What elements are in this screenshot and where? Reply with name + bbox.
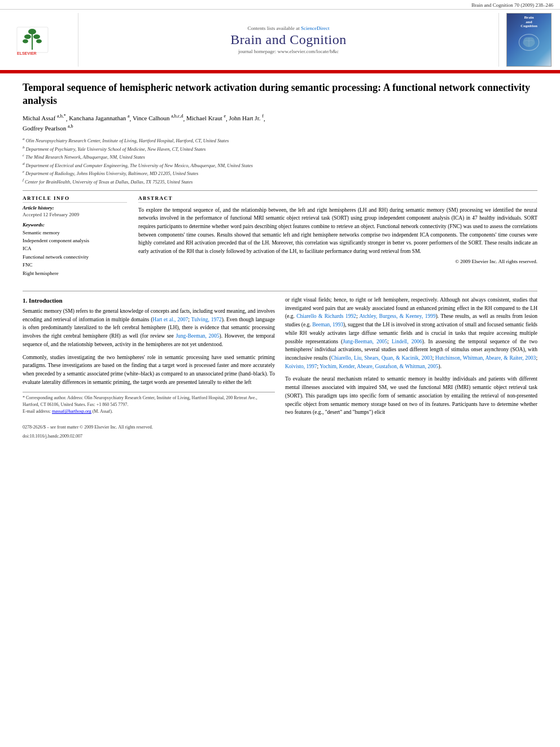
keyword-4: Functional network connectivity xyxy=(23,253,127,261)
authors: Michal Assaf a,b,*, Kanchana Jagannathan… xyxy=(23,113,537,133)
journal-cover-image: BrainandCognition xyxy=(506,13,552,67)
sciencedirect-link[interactable]: ScienceDirect xyxy=(301,25,329,31)
abstract-body: To explore the temporal sequence of, and… xyxy=(138,207,537,255)
ref-chiarello2003[interactable]: Chiarello, Liu, Shears, Quan, & Kacinik,… xyxy=(331,355,432,361)
keyword-3: ICA xyxy=(23,244,127,252)
keyword-6: Right hemisphere xyxy=(23,269,127,277)
right-col-para-1: or right visual fields; hence, to right … xyxy=(285,296,537,370)
journal-header-center: Contents lists available at ScienceDirec… xyxy=(78,13,499,67)
article-title: Temporal sequence of hemispheric network… xyxy=(23,81,537,108)
journal-cover-area: BrainandCognition xyxy=(504,13,554,67)
ref-chiarello1992[interactable]: Chiarello & Richards 1992 xyxy=(296,313,356,319)
affiliations: a Olin Neuropsychiatry Research Center, … xyxy=(23,136,537,185)
affiliation-c: c The Mind Research Network, Albuquerque… xyxy=(23,152,537,161)
article-history-section: Article history: Accepted 12 February 20… xyxy=(23,205,127,217)
sciencedirect-line: Contents lists available at ScienceDirec… xyxy=(248,25,330,31)
article-info-header: ARTICLE INFO xyxy=(23,195,127,203)
svg-point-5 xyxy=(23,40,28,43)
separator-2 xyxy=(23,291,537,291)
introduction-heading: 1. Introduction xyxy=(23,297,275,304)
main-left-column: 1. Introduction Semantic memory (SM) ref… xyxy=(23,296,275,440)
corresponding-author-note: * Corresponding author. Address: Olin Ne… xyxy=(23,395,275,408)
doi-line-1: 0278-2626/$ – see front matter © 2009 El… xyxy=(23,424,275,431)
article-body: Temporal sequence of hemispheric network… xyxy=(0,73,560,451)
elsevier-logo-icon: ELSEVIER xyxy=(14,24,65,55)
keywords-section: Keywords: Semantic memory Independent co… xyxy=(23,222,127,277)
author-john: John Hart Jr. f xyxy=(229,115,264,121)
ref-tulving1972[interactable]: Tulving, 1972 xyxy=(191,317,222,322)
affiliation-a: a Olin Neuropsychiatry Research Center, … xyxy=(23,136,537,145)
intro-para-2: Commonly, studies investigating the two … xyxy=(23,353,275,387)
keyword-5: FNC xyxy=(23,261,127,269)
main-right-column: or right visual fields; hence, to right … xyxy=(285,296,537,440)
svg-text:ELSEVIER: ELSEVIER xyxy=(17,51,37,55)
email-note: E-mail address: massaf@harthosp.org (M. … xyxy=(23,408,275,415)
svg-point-2 xyxy=(28,29,36,34)
journal-citation: Brain and Cognition 70 (2009) 238–246 xyxy=(471,2,553,8)
copyright-notice: © 2009 Elsevier Inc. All rights reserved… xyxy=(138,258,537,266)
article-history-label: Article history: xyxy=(23,205,127,211)
svg-point-4 xyxy=(33,34,40,39)
author-vince: Vince Calhoun a,b,c,d xyxy=(133,115,183,121)
keyword-1: Semantic memory xyxy=(23,229,127,237)
journal-header: ELSEVIER Contents lists available at Sci… xyxy=(0,10,560,71)
right-col-para-2: To evaluate the neural mechanism related… xyxy=(285,375,537,417)
accepted-date: Accepted 12 February 2009 xyxy=(23,212,127,217)
ref-lindell2006[interactable]: Lindell, 2006 xyxy=(392,339,422,344)
affiliation-e: e Department of Radiology, Johns Hopkins… xyxy=(23,169,537,177)
journal-homepage: journal homepage: www.elsevier.com/locat… xyxy=(238,49,339,54)
intro-para-1: Semantic memory (SM) refers to the gener… xyxy=(23,307,275,349)
svg-point-3 xyxy=(24,34,31,39)
ref-atchley1999[interactable]: Atchley, Burgess, & Keeney, 1999 xyxy=(359,313,435,319)
doi-line-2: doi:10.1016/j.bandc.2009.02.007 xyxy=(23,433,275,440)
ref-beeman1993[interactable]: Beeman, 1993 xyxy=(312,322,343,327)
keywords-label: Keywords: xyxy=(23,222,127,228)
affiliation-b: b Department of Psychiatry, Yale Univers… xyxy=(23,145,537,153)
author-michal: Michal Assaf a,b,* xyxy=(23,115,66,121)
journal-title: Brain and Cognition xyxy=(230,32,346,47)
ref-jungbeeman2005b[interactable]: Jung-Beeman, 2005 xyxy=(343,339,387,344)
ref-jungbeeman2005[interactable]: Jung-Beeman, 2005 xyxy=(176,333,219,339)
author-michael: Michael Kraut e xyxy=(186,115,226,121)
keyword-2: Independent component analysis xyxy=(23,237,127,244)
footnotes-section: * Corresponding author. Address: Olin Ne… xyxy=(23,392,275,440)
author-godfrey: Godfrey Pearlson a,b xyxy=(23,125,73,132)
abstract-column: ABSTRACT To explore the temporal sequenc… xyxy=(138,195,537,282)
affiliation-f: f Center for BrainHealth, University of … xyxy=(23,177,537,186)
main-content-columns: 1. Introduction Semantic memory (SM) ref… xyxy=(23,296,537,440)
abstract-header: ABSTRACT xyxy=(138,195,537,203)
ref-koivisto1997[interactable]: Koivisto, 1997 xyxy=(285,364,317,369)
svg-point-6 xyxy=(36,40,42,43)
ref-hart2007[interactable]: Hart et al., 2007 xyxy=(152,317,188,322)
article-info-abstract-section: ARTICLE INFO Article history: Accepted 1… xyxy=(23,195,537,282)
article-info-column: ARTICLE INFO Article history: Accepted 1… xyxy=(23,195,127,282)
elsevier-logo-area: ELSEVIER xyxy=(6,13,73,67)
ref-yochim2005[interactable]: Yochim, Kender, Abeare, Gustafson, & Whi… xyxy=(320,364,438,369)
affiliation-d: d Department of Electrical and Computer … xyxy=(23,161,537,169)
ref-hutchinson2003[interactable]: Hutchinson, Whitman, Abeare, & Raiter, 2… xyxy=(435,355,536,361)
author-kanchana: Kanchana Jagannathan a xyxy=(69,115,129,121)
keywords-list: Semantic memory Independent component an… xyxy=(23,229,127,277)
brain-icon xyxy=(512,31,546,54)
top-bar: Brain and Cognition 70 (2009) 238–246 xyxy=(0,0,560,10)
separator-1 xyxy=(23,190,537,191)
email-link[interactable]: massaf@harthosp.org xyxy=(52,409,91,414)
abstract-text: To explore the temporal sequence of, and… xyxy=(138,206,537,266)
